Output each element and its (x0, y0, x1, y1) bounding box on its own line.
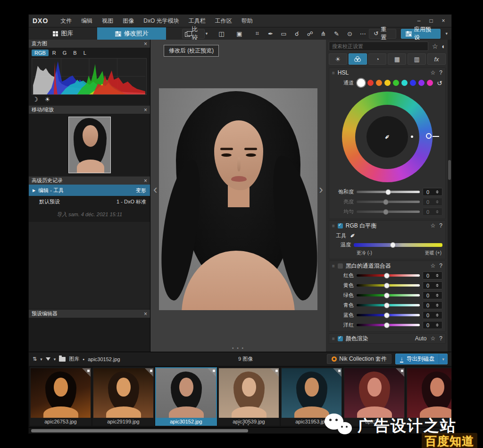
magenta-knob[interactable] (384, 322, 390, 328)
channel-purple[interactable] (418, 80, 425, 86)
cyan-knob[interactable] (384, 303, 390, 308)
yellow-knob[interactable] (384, 283, 390, 288)
history-entry[interactable]: 默认预设 1 - DxO 标准 (29, 196, 150, 207)
sort-icon[interactable]: ⇅ (33, 356, 37, 362)
export-to-disk-button[interactable]: ↓ 导出到磁盘 ▾ (395, 354, 448, 364)
image-viewer[interactable]: 修改后 (校正预览) ‹ (150, 40, 326, 352)
cr-help-icon[interactable]: ? (439, 335, 442, 342)
uniformity-knob[interactable] (383, 209, 389, 215)
saturation-track[interactable] (357, 191, 420, 193)
bw-favorite-star-icon[interactable]: ☆ (431, 262, 436, 269)
tab-detail[interactable]: ▦ (388, 53, 406, 65)
apply-preset-dropdown-arrow[interactable]: ▾ (445, 31, 448, 36)
magenta-track[interactable] (357, 324, 420, 326)
previous-image-button[interactable]: ‹ (153, 183, 158, 195)
menu-workspace[interactable]: 工作区 (210, 15, 237, 27)
splitter-grip[interactable]: • • • (232, 346, 244, 351)
hsl-favorite-star-icon[interactable]: ☆ (431, 69, 436, 76)
channel-orange[interactable] (376, 80, 382, 86)
menu-image[interactable]: 图像 (118, 15, 139, 27)
histogram-tab-r[interactable]: R (50, 50, 59, 56)
channel-magenta[interactable] (427, 80, 433, 86)
green-track[interactable] (357, 294, 420, 296)
stepper[interactable] (433, 274, 442, 277)
tab-customize[interactable]: 修改照片 (97, 27, 166, 40)
stepper[interactable] (433, 294, 442, 297)
yellow-track[interactable] (357, 284, 420, 287)
yellow-value-box[interactable]: 0 (423, 281, 442, 289)
menu-file[interactable]: 文件 (56, 15, 76, 27)
luminance-value-box[interactable]: 0 (423, 198, 442, 206)
histogram-close-icon[interactable]: × (144, 41, 147, 47)
nik-collection-button[interactable]: Nik Collection 套件 (327, 354, 391, 364)
stepper[interactable] (433, 313, 442, 317)
shadow-clipping-icon[interactable]: ☽ (33, 96, 38, 103)
search-input[interactable] (329, 42, 428, 51)
reset-button[interactable]: ↺ 重置 (369, 29, 396, 39)
expand-arrow-icon[interactable]: ▶ (33, 188, 35, 193)
right-scrollbar-thumb[interactable] (448, 160, 451, 180)
tab-color[interactable] (349, 53, 367, 65)
filter-dropdown-arrow[interactable]: ▾ (54, 357, 56, 362)
filter-icon[interactable] (46, 357, 50, 361)
red-eye-button[interactable]: ⊙ (343, 29, 356, 39)
control-polygon-button[interactable]: ⋔ (317, 29, 329, 39)
apply-preset-button[interactable]: 应用预设 (401, 29, 441, 39)
drag-handle-icon[interactable]: ≡ (332, 70, 335, 76)
channel-cyan[interactable] (401, 80, 408, 86)
red-knob[interactable] (384, 273, 390, 279)
history-close-icon[interactable]: × (144, 178, 147, 184)
menu-view[interactable]: 视图 (97, 15, 118, 27)
wb-help-icon[interactable]: ? (439, 222, 442, 229)
cyan-value-box[interactable]: 0 (423, 301, 442, 309)
local-adjustments-button[interactable]: ⋯ (357, 29, 369, 39)
drag-handle-icon[interactable]: ≡ (332, 223, 335, 228)
uniformity-value-box[interactable]: 0 (423, 208, 442, 216)
red-value-box[interactable]: 0 (423, 271, 442, 279)
horizontal-scrollbar-thumb[interactable] (31, 429, 248, 432)
channel-red[interactable] (367, 80, 374, 86)
close-button[interactable]: × (437, 15, 450, 27)
uniformity-track[interactable] (357, 211, 420, 213)
tab-creative[interactable]: ◔ (368, 53, 387, 65)
active-corrections-icon[interactable]: ◐ (442, 42, 446, 50)
stepper[interactable] (433, 323, 442, 327)
favorites-star-icon[interactable]: ☆ (432, 42, 438, 50)
export-dropdown-arrow[interactable]: ▾ (439, 354, 447, 364)
white-balance-picker-button[interactable]: ✒ (264, 29, 276, 39)
saturation-value-box[interactable]: 0 (423, 188, 442, 196)
menu-edit[interactable]: 编辑 (76, 15, 97, 27)
navigator-thumbnail[interactable] (68, 117, 111, 173)
drag-handle-icon[interactable]: ≡ (332, 263, 335, 269)
compare-button[interactable]: 比较 (182, 29, 205, 39)
crop-button[interactable]: ⌗ (251, 29, 263, 39)
split-view-button[interactable]: ◫ (215, 29, 227, 39)
main-photo[interactable] (159, 88, 317, 310)
stepper[interactable] (433, 304, 442, 307)
tab-fx[interactable]: fx (427, 53, 446, 65)
stepper[interactable] (433, 210, 442, 213)
saturation-knob[interactable] (385, 189, 391, 195)
wb-favorite-star-icon[interactable]: ☆ (431, 222, 436, 229)
brush-button[interactable]: ✎ (330, 29, 342, 39)
histogram-tab-l[interactable]: L (81, 50, 89, 56)
control-line-button[interactable]: ☍ (304, 29, 316, 39)
channel-blue[interactable] (410, 80, 416, 86)
luminance-knob[interactable] (383, 199, 389, 205)
bw-mixer-checkbox[interactable] (338, 263, 343, 269)
breadcrumb-folder[interactable]: 图库 (69, 355, 79, 363)
channel-yellow[interactable] (384, 80, 391, 86)
cyan-track[interactable] (357, 304, 420, 306)
next-image-button[interactable]: › (319, 183, 323, 195)
menu-optics-modules[interactable]: DxO 光学模块 (139, 15, 183, 27)
red-track[interactable] (357, 274, 420, 277)
temperature-knob[interactable] (390, 242, 396, 248)
blue-knob[interactable] (384, 313, 390, 318)
control-point-button[interactable]: ☌ (291, 29, 303, 39)
hsl-color-wheel[interactable]: ✒ (342, 92, 433, 182)
white-balance-checkbox[interactable] (338, 223, 343, 228)
history-entry[interactable]: ▶ 编辑 - 工具 变形 (29, 185, 150, 196)
hsl-reset-icon[interactable]: ↺ (437, 79, 442, 87)
wb-eyedropper-icon[interactable]: ✒ (348, 231, 357, 240)
right-scrollbar[interactable] (448, 40, 451, 352)
